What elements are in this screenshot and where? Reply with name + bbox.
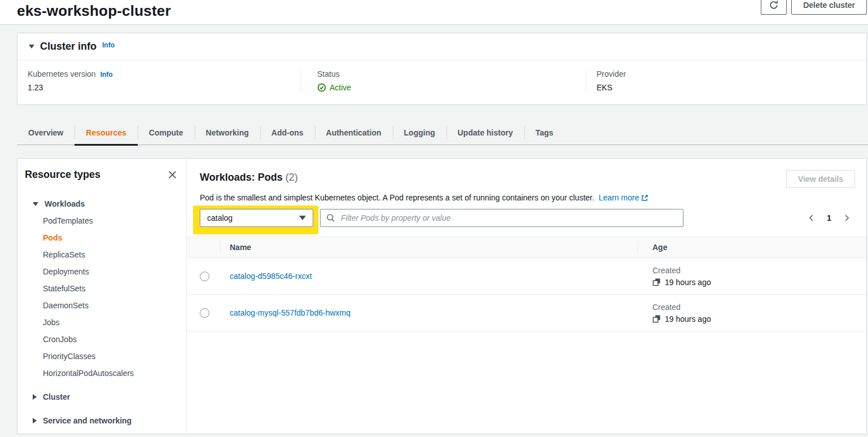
tab-networking[interactable]: Networking [195, 121, 260, 145]
pods-description: Pod is the smallest and simplest Kuberne… [187, 188, 866, 204]
close-sidebar-button[interactable] [166, 169, 178, 181]
tab-compute[interactable]: Compute [138, 121, 195, 145]
delete-cluster-button[interactable]: Delete cluster [791, 0, 867, 15]
age-value: 19 hours ago [665, 278, 711, 287]
resource-tree: Workloads PodTemplates Pods ReplicaSets … [17, 195, 186, 429]
resource-types-title: Resource types [25, 169, 100, 181]
sidebar-item-jobs[interactable]: Jobs [17, 314, 186, 331]
table-row: catalog-mysql-557fdb7bd6-hwxmq Created 1… [187, 295, 866, 331]
page-title: eks-workshop-cluster [0, 0, 868, 20]
pods-content: Workloads: Pods (2) View details Pod is … [187, 159, 866, 434]
chevron-down-icon [33, 202, 38, 206]
sidebar-item-horizontalpodautoscalers[interactable]: HorizontalPodAutoscalers [17, 365, 186, 382]
row-radio-button[interactable] [200, 308, 209, 318]
pod-name-link[interactable]: catalog-mysql-557fdb7bd6-hwxmq [230, 308, 350, 317]
tree-group-workloads[interactable]: Workloads [17, 195, 186, 212]
age-column-header: Age [637, 237, 866, 258]
chevron-down-icon [299, 216, 306, 220]
tab-tags[interactable]: Tags [524, 121, 565, 145]
sidebar-item-podtemplates[interactable]: PodTemplates [17, 212, 186, 229]
search-icon [326, 213, 335, 225]
provider-label: Provider [597, 69, 626, 78]
status-label: Status [317, 69, 340, 78]
age-created-label: Created [652, 303, 866, 312]
tab-update-history[interactable]: Update history [446, 121, 524, 145]
sidebar-item-deployments[interactable]: Deployments [17, 263, 186, 280]
chevron-right-icon [843, 214, 851, 222]
sidebar-item-priorityclasses[interactable]: PriorityClasses [17, 348, 186, 365]
provider-value: EKS [597, 83, 855, 92]
header-actions: Delete cluster [761, 0, 867, 15]
copy-icon[interactable] [652, 278, 661, 286]
sidebar-item-pods[interactable]: Pods [17, 229, 186, 246]
cluster-tabs: Overview Resources Compute Networking Ad… [17, 121, 868, 145]
check-circle-icon [317, 83, 326, 92]
pods-filter-input[interactable] [320, 209, 683, 227]
status-badge: Active [330, 83, 351, 92]
refresh-icon [769, 0, 779, 10]
resource-types-sidebar: Resource types Workloads PodTemplates Po… [17, 159, 187, 434]
kubernetes-version-value: 1.23 [28, 83, 290, 92]
tab-authentication[interactable]: Authentication [315, 121, 393, 145]
eks-cluster-page: eks-workshop-cluster Delete cluster Clus… [0, 0, 868, 437]
cluster-info-header[interactable]: Cluster info Info [17, 33, 866, 60]
sidebar-item-daemonsets[interactable]: DaemonSets [17, 297, 186, 314]
page-header: eks-workshop-cluster Delete cluster [0, 0, 868, 25]
table-row: catalog-d5985c46-rxcxt Created 19 hours … [187, 258, 866, 295]
learn-more-link[interactable]: Learn more [599, 193, 639, 202]
age-value: 19 hours ago [665, 314, 711, 324]
next-page-button[interactable] [839, 212, 854, 224]
kubernetes-version-label: Kubernetes version [28, 69, 96, 78]
copy-icon[interactable] [652, 314, 661, 323]
resources-panel: Resource types Workloads PodTemplates Po… [17, 158, 867, 434]
external-link-icon [641, 194, 648, 203]
chevron-right-icon [33, 394, 37, 400]
view-details-button[interactable]: View details [786, 170, 855, 188]
kubernetes-version-info-link[interactable]: Info [100, 71, 113, 78]
sidebar-item-statefulsets[interactable]: StatefulSets [17, 280, 186, 297]
cluster-info-info-link[interactable]: Info [102, 41, 115, 49]
sidebar-item-cronjobs[interactable]: CronJobs [17, 331, 186, 348]
namespace-filter-dropdown[interactable]: catalog [200, 209, 313, 227]
pods-table: Name Age catalog-d5985c46-rxcxt Created … [187, 237, 866, 331]
previous-page-button[interactable] [804, 212, 819, 224]
tab-logging[interactable]: Logging [393, 121, 446, 145]
pods-panel-title: Workloads: Pods (2) [200, 170, 298, 185]
chevron-left-icon [808, 214, 816, 222]
chevron-right-icon [33, 418, 37, 423]
namespace-filter-value: catalog [207, 213, 233, 222]
sidebar-item-replicasets[interactable]: ReplicaSets [17, 246, 186, 263]
tab-add-ons[interactable]: Add-ons [260, 121, 315, 145]
namespace-filter-highlight: catalog [193, 206, 318, 234]
tree-group-service-and-networking[interactable]: Service and networking [17, 412, 186, 429]
chevron-down-icon [29, 45, 34, 49]
cluster-info-card: Cluster info Info Kubernetes version Inf… [17, 33, 867, 105]
status-field: Status Active [301, 69, 586, 92]
tab-overview[interactable]: Overview [17, 121, 74, 145]
close-icon [168, 170, 177, 180]
pod-name-link[interactable]: catalog-d5985c46-rxcxt [230, 272, 312, 281]
pods-count: (2) [286, 172, 298, 183]
current-page: 1 [824, 213, 834, 222]
row-radio-button[interactable] [200, 272, 209, 281]
name-column-header: Name [220, 237, 637, 258]
refresh-button[interactable] [761, 0, 787, 15]
kubernetes-version-field: Kubernetes version Info 1.23 [17, 69, 301, 92]
selection-column-header [187, 237, 220, 258]
cluster-info-content: Kubernetes version Info 1.23 Status Acti… [17, 60, 866, 104]
pagination: 1 [804, 209, 854, 227]
tab-resources[interactable]: Resources [74, 121, 138, 145]
provider-field: Provider EKS [586, 69, 866, 92]
table-header-row: Name Age [187, 237, 866, 258]
age-created-label: Created [652, 266, 866, 275]
cluster-info-title: Cluster info [40, 41, 97, 53]
tree-group-cluster[interactable]: Cluster [17, 388, 186, 405]
